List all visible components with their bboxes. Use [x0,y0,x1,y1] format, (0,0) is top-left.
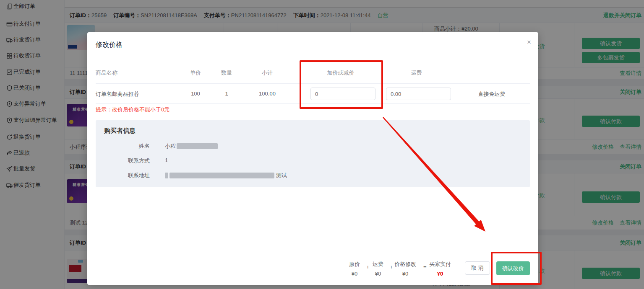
quantity-cell: 1 [215,90,238,97]
cancel-button[interactable]: 取 消 [465,261,490,275]
subtotal-cell: 100.00 [253,90,282,97]
price-tip-text: 提示：改价后价格不能小于0元 [96,106,169,114]
summary-original: 原价¥0 [342,261,367,277]
col-shipping-fee: 运费 [400,69,433,77]
phone-label: 联系方式 [104,157,150,165]
buyer-pays-value: ¥0 [423,271,457,277]
free-shipping-label: 直接免运费 [467,90,517,98]
shipping-fee-input[interactable] [386,88,451,100]
col-subtotal: 小计 [253,69,282,77]
buyer-info-title: 购买者信息 [104,127,136,135]
summary-modified: 价格修改¥0 [388,261,422,277]
confirm-price-change-button[interactable]: 确认改价 [496,261,530,275]
summary-buyer-pays: 买家实付 ¥0 [423,261,457,277]
close-icon[interactable]: × [527,38,531,46]
redacted-block [177,143,218,149]
col-unit-price: 单价 [184,69,207,77]
modal-title: 修改价格 [96,41,123,49]
product-name-cell: 订单包邮商品推荐 [96,90,139,98]
modify-price-modal: 修改价格 × 商品名称 单价 数量 小计 加价或减价 运费 订单包邮商品推荐 1… [87,32,538,285]
address-label: 联系地址 [104,172,150,179]
redacted-block [169,173,274,178]
phone-value: 1 [165,157,168,163]
unit-price-cell: 100 [184,90,207,97]
redacted-block [165,173,168,178]
name-value: 小程 [165,142,218,150]
address-value: 测试 [165,172,287,179]
order-admin-page: 全部订单 待支付订单 待发货订单 待收货订单 已完成订单 已关闭订单 支付异常订… [0,0,644,289]
col-adjust-price: 加价或减价 [315,69,366,77]
name-label: 姓名 [104,142,150,150]
col-product-name: 商品名称 [96,69,117,77]
buyer-info-panel: 购买者信息 姓名 小程 联系方式 1 联系地址 测试 [96,120,530,187]
summary-shipping: 运费¥0 [365,261,391,277]
col-quantity: 数量 [215,69,238,77]
adjust-price-input[interactable] [310,88,375,100]
